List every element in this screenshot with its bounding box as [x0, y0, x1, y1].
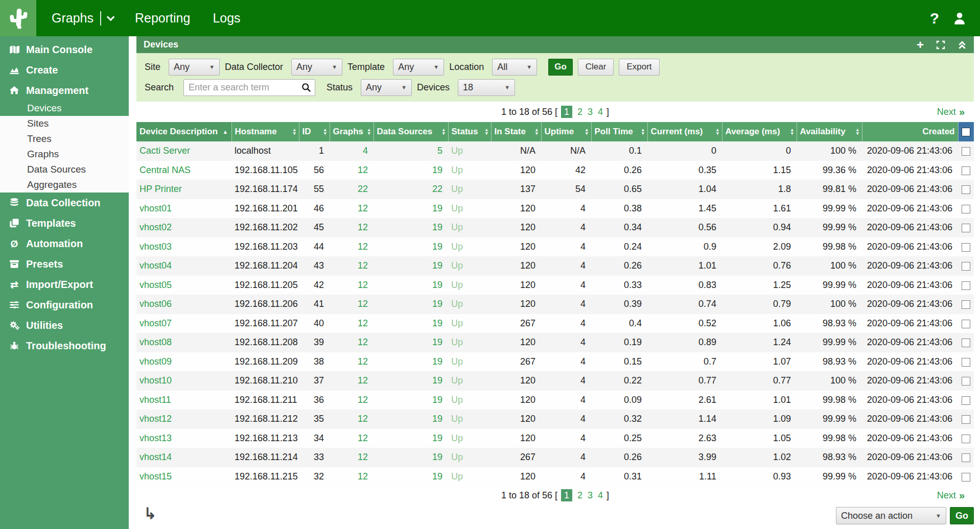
count-link[interactable]: 19	[432, 452, 442, 462]
collapse-panel-icon[interactable]	[958, 40, 967, 50]
sidebar-item-create[interactable]: Create	[0, 60, 129, 80]
count-link[interactable]: 19	[432, 165, 442, 175]
sidebar-subitem-graphs[interactable]: Graphs	[0, 147, 129, 162]
count-link[interactable]: 19	[432, 280, 442, 290]
count-link[interactable]: 19	[432, 222, 442, 232]
device-link[interactable]: vhost10	[139, 375, 172, 386]
count-link[interactable]: 12	[358, 260, 368, 271]
count-link[interactable]: 22	[358, 184, 368, 194]
help-icon[interactable]: ?	[930, 10, 939, 27]
search-input[interactable]	[183, 79, 315, 96]
next-page-link[interactable]: Next »	[937, 490, 965, 501]
chevron-down-icon[interactable]	[107, 13, 115, 21]
sidebar-subitem-sites[interactable]: Sites	[0, 116, 129, 131]
row-checkbox[interactable]	[962, 453, 970, 462]
device-link[interactable]: vhost03	[139, 242, 172, 252]
count-link[interactable]: 12	[358, 414, 368, 424]
page-link-4[interactable]: 4	[598, 490, 603, 501]
sidebar-item-data-collection[interactable]: Data Collection	[0, 193, 129, 213]
sidebar-item-main-console[interactable]: Main Console	[0, 39, 129, 60]
count-link[interactable]: 19	[432, 414, 442, 424]
row-checkbox[interactable]	[962, 205, 970, 213]
sidebar-item-automation[interactable]: ØAutomation	[0, 233, 129, 254]
nav-reporting[interactable]: Reporting	[135, 11, 190, 26]
sidebar-item-utilities[interactable]: Utilities	[0, 315, 129, 335]
count-link[interactable]: 19	[432, 471, 442, 482]
count-link[interactable]: 12	[358, 203, 368, 213]
count-link[interactable]: 12	[358, 375, 368, 386]
device-link[interactable]: vhost04	[139, 260, 172, 271]
device-link[interactable]: vhost05	[139, 280, 172, 290]
sidebar-subitem-devices[interactable]: Devices	[0, 101, 129, 116]
count-link[interactable]: 22	[432, 184, 442, 194]
template-select[interactable]: Any▼	[393, 59, 444, 76]
sidebar-item-troubleshooting[interactable]: Troubleshooting	[0, 335, 129, 356]
count-link[interactable]: 19	[432, 318, 442, 328]
count-link[interactable]: 12	[358, 471, 368, 482]
count-link[interactable]: 19	[432, 433, 442, 443]
column-header-in-state[interactable]: In State▴▾	[491, 122, 541, 141]
data-collector-select[interactable]: Any▼	[291, 59, 342, 76]
count-link[interactable]: 12	[358, 165, 368, 175]
sidebar-subitem-trees[interactable]: Trees	[0, 131, 129, 147]
count-link[interactable]: 12	[358, 452, 368, 462]
device-link[interactable]: vhost08	[139, 337, 172, 347]
count-link[interactable]: 19	[432, 356, 442, 367]
count-link[interactable]: 12	[358, 356, 368, 367]
count-link[interactable]: 19	[432, 375, 442, 386]
column-header-id[interactable]: ID▴▾	[299, 122, 330, 141]
column-header-hostname[interactable]: Hostname▴▾	[231, 122, 299, 141]
device-link[interactable]: vhost13	[139, 433, 172, 443]
page-link-3[interactable]: 3	[588, 107, 593, 117]
sidebar-item-management[interactable]: Management	[0, 80, 129, 101]
sidebar-item-configuration[interactable]: Configuration	[0, 295, 129, 315]
column-header-uptime[interactable]: Uptime▴▾	[541, 122, 591, 141]
footer-go-button[interactable]: Go	[950, 507, 974, 524]
next-page-link[interactable]: Next »	[937, 106, 965, 118]
row-checkbox[interactable]	[962, 415, 970, 424]
row-checkbox[interactable]	[962, 377, 970, 386]
count-link[interactable]: 19	[432, 260, 442, 271]
fullscreen-icon[interactable]	[936, 40, 945, 50]
count-link[interactable]: 19	[432, 203, 442, 213]
page-link-2[interactable]: 2	[577, 490, 582, 501]
count-link[interactable]: 12	[358, 222, 368, 232]
device-link[interactable]: HP Printer	[139, 184, 182, 194]
count-link[interactable]: 19	[432, 337, 442, 347]
device-link[interactable]: vhost02	[139, 222, 172, 232]
column-header-poll-time[interactable]: Poll Time▴▾	[591, 122, 647, 141]
page-current[interactable]: 1	[561, 106, 572, 118]
column-header-data-sources[interactable]: Data Sources▴▾	[374, 122, 448, 141]
devices-count-select[interactable]: 18▼	[458, 79, 515, 96]
device-link[interactable]: vhost06	[139, 299, 172, 309]
clear-button[interactable]: Clear	[578, 59, 614, 76]
row-checkbox[interactable]	[962, 396, 970, 405]
column-header-device-description[interactable]: Device Description▲	[136, 122, 231, 141]
page-current[interactable]: 1	[561, 489, 572, 501]
count-link[interactable]: 12	[358, 337, 368, 347]
column-header-graphs[interactable]: Graphs▴▾	[330, 122, 374, 141]
count-link[interactable]: 5	[437, 146, 442, 156]
action-select[interactable]: Choose an action ▼	[836, 507, 946, 524]
row-checkbox[interactable]	[962, 300, 970, 309]
row-checkbox[interactable]	[962, 185, 970, 194]
row-checkbox[interactable]	[962, 224, 970, 232]
count-link[interactable]: 12	[358, 318, 368, 328]
nav-graphs[interactable]: Graphs	[52, 11, 112, 26]
sidebar-item-templates[interactable]: Templates	[0, 213, 129, 233]
page-link-4[interactable]: 4	[598, 107, 603, 117]
page-link-2[interactable]: 2	[577, 107, 582, 117]
row-checkbox[interactable]	[962, 358, 970, 367]
row-checkbox[interactable]	[962, 262, 970, 271]
row-checkbox[interactable]	[962, 147, 970, 156]
count-link[interactable]: 12	[358, 299, 368, 309]
device-link[interactable]: Central NAS	[139, 165, 191, 175]
count-link[interactable]: 19	[432, 395, 442, 405]
add-device-icon[interactable]: +	[917, 39, 924, 51]
device-link[interactable]: Cacti Server	[139, 146, 190, 156]
count-link[interactable]: 12	[358, 395, 368, 405]
site-select[interactable]: Any▼	[169, 59, 220, 76]
count-link[interactable]: 19	[432, 299, 442, 309]
go-button[interactable]: Go	[548, 59, 573, 76]
sidebar-item-presets[interactable]: Presets	[0, 254, 129, 274]
